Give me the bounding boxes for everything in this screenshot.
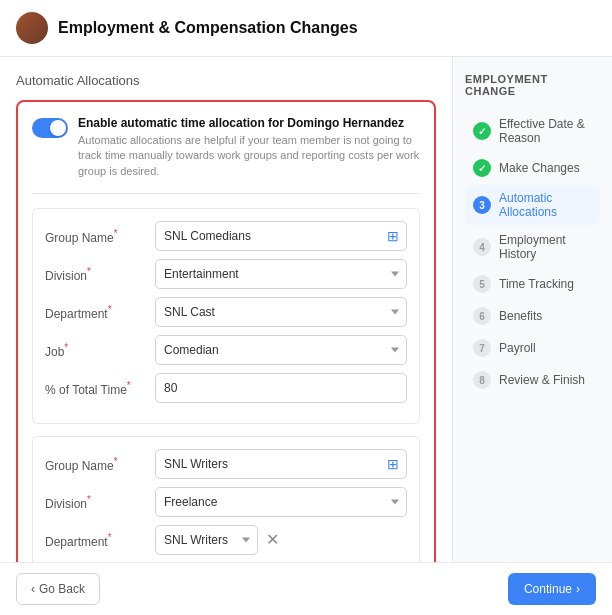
job-label-1: Job* [45, 342, 155, 359]
department-select-1[interactable]: SNL Cast [155, 297, 407, 327]
group-link-icon-1: ⊞ [387, 228, 399, 244]
percent-input-1[interactable] [155, 373, 407, 403]
sidebar-icon-7: 7 [473, 339, 491, 357]
division-row-2: Division* Freelance [45, 487, 407, 517]
sidebar-label-6: Benefits [499, 309, 542, 323]
section-label: Automatic Allocations [16, 73, 436, 88]
division-select-1[interactable]: Entertainment [155, 259, 407, 289]
sidebar-label-1: Effective Date & Reason [499, 117, 592, 145]
group-name-input-2[interactable] [155, 449, 407, 479]
group-name-input-wrapper-2: ⊞ [155, 449, 407, 479]
page-title: Employment & Compensation Changes [58, 19, 358, 37]
group-name-row-2: Group Name* ⊞ [45, 449, 407, 479]
auto-allocation-toggle[interactable] [32, 118, 68, 138]
sidebar-icon-3: 3 [473, 196, 491, 214]
percent-row-1: % of Total Time* [45, 373, 407, 403]
department-row-2: Department* SNL Writers ✕ [45, 525, 407, 555]
sidebar-label-8: Review & Finish [499, 373, 585, 387]
sidebar-item-7[interactable]: 7 Payroll [465, 333, 600, 363]
group-name-label-2: Group Name* [45, 456, 155, 473]
percent-label-1: % of Total Time* [45, 380, 155, 397]
sidebar-label-4: Employment History [499, 233, 592, 261]
continue-label: Continue [524, 582, 572, 596]
back-label: Go Back [39, 582, 85, 596]
main-content: Automatic Allocations Enable automatic t… [0, 57, 612, 562]
department-row-1: Department* SNL Cast [45, 297, 407, 327]
allocation-group-1: Group Name* ⊞ Division* Entertainment [32, 208, 420, 424]
toggle-text-block: Enable automatic time allocation for Dom… [78, 116, 420, 179]
sidebar-title: Employment Change [465, 73, 600, 97]
division-select-wrapper-2: Freelance [155, 487, 407, 517]
department-select-wrapper-1: SNL Cast [155, 297, 407, 327]
division-row-1: Division* Entertainment [45, 259, 407, 289]
sidebar-item-2[interactable]: ✓ Make Changes [465, 153, 600, 183]
page: Employment & Compensation Changes Automa… [0, 0, 612, 615]
content-area: Automatic Allocations Enable automatic t… [0, 57, 452, 562]
sidebar-item-5[interactable]: 5 Time Tracking [465, 269, 600, 299]
group-name-input-1[interactable] [155, 221, 407, 251]
group-link-icon-2: ⊞ [387, 456, 399, 472]
department-select-wrapper-2: SNL Writers [155, 525, 258, 555]
sidebar-icon-4: 4 [473, 238, 491, 256]
allocation-container: Enable automatic time allocation for Dom… [16, 100, 436, 562]
toggle-knob [50, 120, 66, 136]
header: Employment & Compensation Changes [0, 0, 612, 57]
go-back-button[interactable]: ‹ Go Back [16, 573, 100, 605]
back-arrow-icon: ‹ [31, 582, 35, 596]
sidebar-item-1[interactable]: ✓ Effective Date & Reason [465, 111, 600, 151]
toggle-label: Enable automatic time allocation for Dom… [78, 116, 420, 130]
group-name-input-wrapper-1: ⊞ [155, 221, 407, 251]
toggle-row: Enable automatic time allocation for Dom… [32, 116, 420, 194]
sidebar: Employment Change ✓ Effective Date & Rea… [452, 57, 612, 562]
sidebar-label-3: Automatic Allocations [499, 191, 592, 219]
sidebar-icon-2: ✓ [473, 159, 491, 177]
sidebar-icon-5: 5 [473, 275, 491, 293]
division-select-wrapper-1: Entertainment [155, 259, 407, 289]
job-select-1[interactable]: Comedian [155, 335, 407, 365]
department-label-2: Department* [45, 532, 155, 549]
group-name-label-1: Group Name* [45, 228, 155, 245]
continue-button[interactable]: Continue › [508, 573, 596, 605]
sidebar-item-6[interactable]: 6 Benefits [465, 301, 600, 331]
division-label-2: Division* [45, 494, 155, 511]
sidebar-label-2: Make Changes [499, 161, 580, 175]
sidebar-label-7: Payroll [499, 341, 536, 355]
division-select-2[interactable]: Freelance [155, 487, 407, 517]
department-label-1: Department* [45, 304, 155, 321]
avatar [16, 12, 48, 44]
division-label-1: Division* [45, 266, 155, 283]
delete-group-button-2[interactable]: ✕ [266, 532, 279, 548]
sidebar-icon-1: ✓ [473, 122, 491, 140]
sidebar-item-8[interactable]: 8 Review & Finish [465, 365, 600, 395]
allocation-group-2: Group Name* ⊞ Division* Freelance [32, 436, 420, 562]
toggle-description: Automatic allocations are helpful if you… [78, 133, 420, 179]
sidebar-icon-8: 8 [473, 371, 491, 389]
footer: ‹ Go Back Continue › [0, 562, 612, 615]
department-delete-row-2: SNL Writers ✕ [155, 525, 279, 555]
sidebar-item-3[interactable]: 3 Automatic Allocations [465, 185, 600, 225]
job-row-1: Job* Comedian [45, 335, 407, 365]
sidebar-icon-6: 6 [473, 307, 491, 325]
group-name-row-1: Group Name* ⊞ [45, 221, 407, 251]
sidebar-label-5: Time Tracking [499, 277, 574, 291]
sidebar-item-4[interactable]: 4 Employment History [465, 227, 600, 267]
job-select-wrapper-1: Comedian [155, 335, 407, 365]
department-select-2[interactable]: SNL Writers [155, 525, 258, 555]
continue-arrow-icon: › [576, 582, 580, 596]
